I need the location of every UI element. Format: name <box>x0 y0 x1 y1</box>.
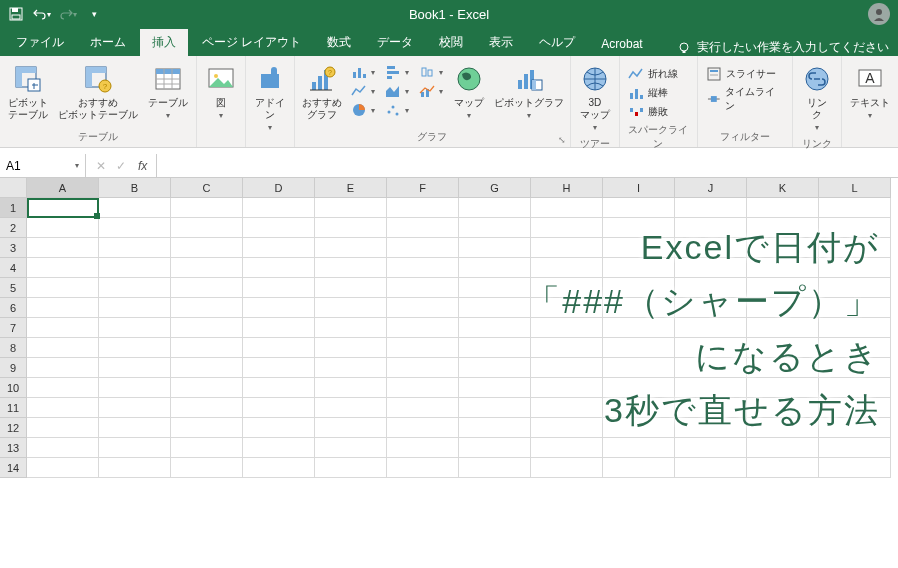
cell[interactable] <box>243 418 315 438</box>
cell[interactable] <box>675 218 747 238</box>
cell[interactable] <box>459 418 531 438</box>
3dmap-button[interactable]: 3D マップ▾ <box>575 61 615 135</box>
cell[interactable] <box>27 218 99 238</box>
cell[interactable] <box>531 438 603 458</box>
cell[interactable] <box>315 378 387 398</box>
cell[interactable] <box>459 378 531 398</box>
cell[interactable] <box>171 198 243 218</box>
row-header[interactable]: 10 <box>0 378 27 398</box>
cell[interactable] <box>603 438 675 458</box>
cell[interactable] <box>27 258 99 278</box>
cell[interactable] <box>315 418 387 438</box>
sparkline-winloss-button[interactable]: 勝敗 <box>624 103 682 121</box>
row-header[interactable]: 7 <box>0 318 27 338</box>
cell[interactable] <box>675 238 747 258</box>
cell[interactable] <box>243 198 315 218</box>
cell[interactable] <box>27 358 99 378</box>
name-box[interactable]: A1 ▾ <box>0 154 86 177</box>
column-header[interactable]: J <box>675 178 747 198</box>
cell[interactable] <box>27 318 99 338</box>
pivotchart-button[interactable]: ピボットグラフ▾ <box>491 61 566 123</box>
accept-formula-button[interactable]: ✓ <box>112 159 130 173</box>
column-header[interactable]: I <box>603 178 675 198</box>
chart-line-button[interactable]: ▾ <box>347 82 379 100</box>
column-header[interactable]: L <box>819 178 891 198</box>
cell[interactable] <box>243 358 315 378</box>
row-header[interactable]: 11 <box>0 398 27 418</box>
cell[interactable] <box>675 198 747 218</box>
tab-view[interactable]: 表示 <box>477 29 525 56</box>
cell[interactable] <box>243 238 315 258</box>
tab-home[interactable]: ホーム <box>78 29 138 56</box>
cell[interactable] <box>459 338 531 358</box>
cell[interactable] <box>675 418 747 438</box>
cell[interactable] <box>387 238 459 258</box>
row-header[interactable]: 9 <box>0 358 27 378</box>
cell[interactable] <box>603 358 675 378</box>
cell[interactable] <box>675 378 747 398</box>
cell[interactable] <box>315 458 387 478</box>
row-header[interactable]: 4 <box>0 258 27 278</box>
cell[interactable] <box>315 238 387 258</box>
row-header[interactable]: 5 <box>0 278 27 298</box>
map-chart-button[interactable]: マップ▾ <box>449 61 489 123</box>
cell[interactable] <box>171 378 243 398</box>
cell[interactable] <box>459 458 531 478</box>
cell[interactable] <box>531 278 603 298</box>
charts-launcher[interactable]: ⤡ <box>558 135 566 145</box>
cell[interactable] <box>459 318 531 338</box>
chart-area-button[interactable]: ▾ <box>381 82 413 100</box>
worksheet-grid[interactable]: ABCDEFGHIJKL 1234567891011121314 <box>0 178 898 558</box>
illustrations-button[interactable]: 図▾ <box>201 61 241 123</box>
cell[interactable] <box>675 338 747 358</box>
select-all-corner[interactable] <box>0 178 27 198</box>
cell[interactable] <box>603 298 675 318</box>
tell-me-box[interactable]: 実行したい作業を入力してください <box>669 39 897 56</box>
cell[interactable] <box>675 318 747 338</box>
cell[interactable] <box>819 418 891 438</box>
cell[interactable] <box>243 278 315 298</box>
cell[interactable] <box>603 338 675 358</box>
cell[interactable] <box>459 218 531 238</box>
cell[interactable] <box>315 318 387 338</box>
cell[interactable] <box>603 318 675 338</box>
cell[interactable] <box>459 238 531 258</box>
cell[interactable] <box>675 298 747 318</box>
cell[interactable] <box>387 358 459 378</box>
row-header[interactable]: 6 <box>0 298 27 318</box>
cell[interactable] <box>315 198 387 218</box>
cell[interactable] <box>171 398 243 418</box>
chart-pie-button[interactable]: ▾ <box>347 101 379 119</box>
column-header[interactable]: K <box>747 178 819 198</box>
cell[interactable] <box>819 298 891 318</box>
cell[interactable] <box>387 398 459 418</box>
cell[interactable] <box>531 338 603 358</box>
addins-button[interactable]: アドイ ン▾ <box>250 61 290 135</box>
cell[interactable] <box>531 378 603 398</box>
cell[interactable] <box>387 198 459 218</box>
cell[interactable] <box>603 238 675 258</box>
cell[interactable] <box>243 398 315 418</box>
cell[interactable] <box>459 298 531 318</box>
cell[interactable] <box>27 398 99 418</box>
cell[interactable] <box>27 338 99 358</box>
cell[interactable] <box>603 278 675 298</box>
cell[interactable] <box>675 278 747 298</box>
cell[interactable] <box>819 318 891 338</box>
recommended-pivot-button[interactable]: ? おすすめ ピボットテーブル <box>54 61 142 123</box>
cell[interactable] <box>243 338 315 358</box>
cell[interactable] <box>171 358 243 378</box>
sparkline-line-button[interactable]: 折れ線 <box>624 65 682 83</box>
cell[interactable] <box>315 398 387 418</box>
cell[interactable] <box>99 318 171 338</box>
cell[interactable] <box>387 278 459 298</box>
cell[interactable] <box>27 378 99 398</box>
fx-button[interactable]: fx <box>132 159 150 173</box>
cell[interactable] <box>27 238 99 258</box>
cell[interactable] <box>171 318 243 338</box>
qat-customize[interactable]: ▾ <box>82 2 106 26</box>
cell[interactable] <box>459 398 531 418</box>
chart-scatter-button[interactable]: ▾ <box>381 101 413 119</box>
cell[interactable] <box>243 438 315 458</box>
tab-insert[interactable]: 挿入 <box>140 29 188 56</box>
